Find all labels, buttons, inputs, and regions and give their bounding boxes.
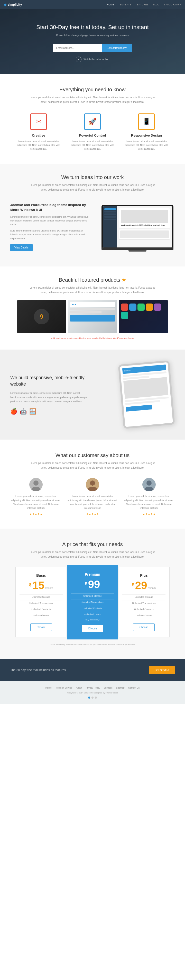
footer-link-privacy[interactable]: Privacy Policy xyxy=(85,687,100,689)
get-started-button[interactable]: Get Started today! xyxy=(102,44,132,52)
stars-2: ★★★★★ xyxy=(67,512,118,516)
basic-title: Basic xyxy=(19,573,63,578)
footer-link-about[interactable]: About xyxy=(76,687,82,689)
powerful-title: Powerful Control xyxy=(68,134,117,137)
products-section: Beautiful featured products ★ Lorem ipsu… xyxy=(0,266,185,350)
powerful-icon: 🚀 xyxy=(84,113,101,130)
view-details-button[interactable]: View Details xyxy=(10,244,33,251)
testimonials-subtitle: Lorem ipsum dolor sit amet, consectetur … xyxy=(28,461,157,470)
tablet-section: We build responsive, mobile-friendly web… xyxy=(0,350,185,439)
premium-feat-3: Unlimited Contacts xyxy=(71,606,114,611)
powerful-desc: Lorem ipsum dolor sit amet, consectetur … xyxy=(68,139,117,151)
basic-choose-button[interactable]: Choose xyxy=(30,624,52,631)
footer-link-tos[interactable]: Terms of Service xyxy=(55,687,73,689)
avatar-3 xyxy=(142,478,156,491)
product-dark: 9 xyxy=(17,300,66,333)
premium-price: $ 99 xyxy=(71,579,114,590)
laptop-card-title: MacBook Air models $200 off at Best buy … xyxy=(121,224,168,227)
watch-intro[interactable]: ▶ Watch the Introduction xyxy=(5,57,180,62)
product-light: ■ ■ ■ xyxy=(68,300,117,333)
footer-link-contact[interactable]: Contact Us xyxy=(128,687,140,689)
nav-link-blog[interactable]: Blog xyxy=(153,3,160,6)
android-icon: 🤖 xyxy=(20,408,27,415)
feature-powerful: 🚀 Powerful Control Lorem ipsum dolor sit… xyxy=(68,113,117,151)
pricing-grid: Basic $ 15 /month Unlimited Storage Unli… xyxy=(8,567,177,637)
plus-period: /month xyxy=(148,587,156,590)
basic-feat-2: Unlimited Transactions xyxy=(19,601,63,606)
plus-currency: $ xyxy=(132,582,134,587)
nav-logo[interactable]: ◆ simplicity xyxy=(4,3,22,7)
plus-feat-2: Unlimited Transactions xyxy=(122,601,166,606)
windows-icon: 🪟 xyxy=(29,408,36,415)
footer-get-started-button[interactable]: Get Started xyxy=(149,666,175,674)
work-hero-subtitle: Lorem ipsum dolor sit amet, consectetur … xyxy=(28,183,157,192)
basic-amount: 15 xyxy=(32,579,44,591)
work-left-text1: Lorem ipsum dolor sit amet, consectetur … xyxy=(10,215,90,227)
nav-link-home[interactable]: Home xyxy=(107,3,114,6)
hero-form: Get Started today! xyxy=(5,44,180,52)
plus-price: $ 29 /month xyxy=(122,580,166,591)
plus-feat-1: Unlimited Storage xyxy=(122,595,166,599)
tablet-text-body: Lorem ipsum dolor sit amet, consectetur … xyxy=(10,391,87,404)
testimonial-3: Lorem ipsum dolor sit amet, consectetur … xyxy=(123,478,175,515)
pricing-title: A price that fits your needs xyxy=(8,541,177,547)
dot-2 xyxy=(92,697,93,698)
footer-links: Home Terms of Service About Privacy Poli… xyxy=(8,687,177,689)
responsive-icon: 📱 xyxy=(138,113,155,130)
testimonials-grid: Lorem ipsum dolor sit amet, consectetur … xyxy=(8,478,177,515)
plus-feat-4: Unlimited Users xyxy=(122,613,166,618)
products-note: ★ All our themes are developed for the m… xyxy=(8,337,177,339)
pricing-note: Tell us how many projects you have and w… xyxy=(8,644,177,646)
testimonial-3-text: Lorem ipsum dolor sit amet, consectetur … xyxy=(123,494,175,510)
stars-1: ★★★★★ xyxy=(10,512,62,516)
apple-icon: 🍎 xyxy=(10,408,17,415)
stars-3: ★★★★★ xyxy=(123,512,175,516)
creative-desc: Lorem ipsum dolor sit amet, consectetur … xyxy=(14,139,63,151)
svg-point-7 xyxy=(147,480,152,486)
premium-badge: Buy it annually! xyxy=(71,619,114,621)
testimonial-1: Lorem ipsum dolor sit amet, consectetur … xyxy=(10,478,62,515)
footer-cta-text: The 30 day free trial includes all featu… xyxy=(10,668,66,672)
tablet-text: We build responsive, mobile-friendly web… xyxy=(10,374,87,415)
play-icon: ▶ xyxy=(76,57,81,62)
products-title: Beautiful featured products ★ xyxy=(8,277,177,283)
hero-subtext: Power full and elegant page theme for ru… xyxy=(5,34,180,37)
nav-link-template[interactable]: Template xyxy=(118,3,131,6)
premium-choose-button[interactable]: Choose xyxy=(82,625,103,632)
work-hero-title: We turn ideas into our work xyxy=(8,174,177,180)
premium-feat-2: Unlimited Transactions xyxy=(71,600,114,605)
everything-subtitle: Lorem ipsum dolor sit amet, consectetur … xyxy=(28,95,157,105)
feature-creative: ✂ Creative Lorem ipsum dolor sit amet, c… xyxy=(14,113,63,151)
product-mobile xyxy=(119,300,168,333)
footer-link-services[interactable]: Services xyxy=(104,687,112,689)
products-subtitle: Lorem ipsum dolor sit amet, consectetur … xyxy=(28,285,157,295)
basic-feat-4: Unlimited Users xyxy=(19,613,63,618)
testimonial-2-text: Lorem ipsum dolor sit amet, consectetur … xyxy=(67,494,118,510)
logo-text: simplicity xyxy=(8,3,22,6)
footer-cta: The 30 day free trial includes all featu… xyxy=(0,659,185,681)
plus-choose-button[interactable]: Choose xyxy=(133,624,155,631)
creative-title: Creative xyxy=(14,134,63,137)
hero-heading: Start 30-Day free trial today. Set up in… xyxy=(5,24,180,31)
basic-price: $ 15 /month xyxy=(19,580,63,591)
work-text: Joomla! and WordPress blog theme inspire… xyxy=(0,197,95,256)
avatar-2 xyxy=(86,478,99,491)
pricing-subtitle: Lorem ipsum dolor sit amet, consectetur … xyxy=(28,550,157,559)
testimonials-title: What our customer say about us xyxy=(8,452,177,458)
everything-section: Everything you need to know Lorem ipsum … xyxy=(0,74,185,164)
premium-currency: $ xyxy=(85,582,87,586)
nav-link-features[interactable]: Features xyxy=(135,3,149,6)
navbar: ◆ simplicity Home Template Features Blog… xyxy=(0,0,185,9)
footer-link-home[interactable]: Home xyxy=(46,687,52,689)
footer-link-sitemap[interactable]: Sitemap xyxy=(116,687,125,689)
dot-1 xyxy=(88,697,90,698)
footer-copyright: Copyright © 2014 Simplicity. Designed by… xyxy=(8,692,177,694)
feature-responsive: 📱 Responsive Design Lorem ipsum dolor si… xyxy=(122,113,171,151)
work-section: We turn ideas into our work Lorem ipsum … xyxy=(0,164,185,267)
pricing-section: A price that fits your needs Lorem ipsum… xyxy=(0,528,185,659)
dot-3 xyxy=(95,697,97,698)
basic-period: /month xyxy=(45,587,53,590)
products-grid: 9 ■ ■ ■ xyxy=(8,300,177,333)
email-input[interactable] xyxy=(53,44,102,52)
nav-link-typography[interactable]: Typography xyxy=(164,3,181,6)
